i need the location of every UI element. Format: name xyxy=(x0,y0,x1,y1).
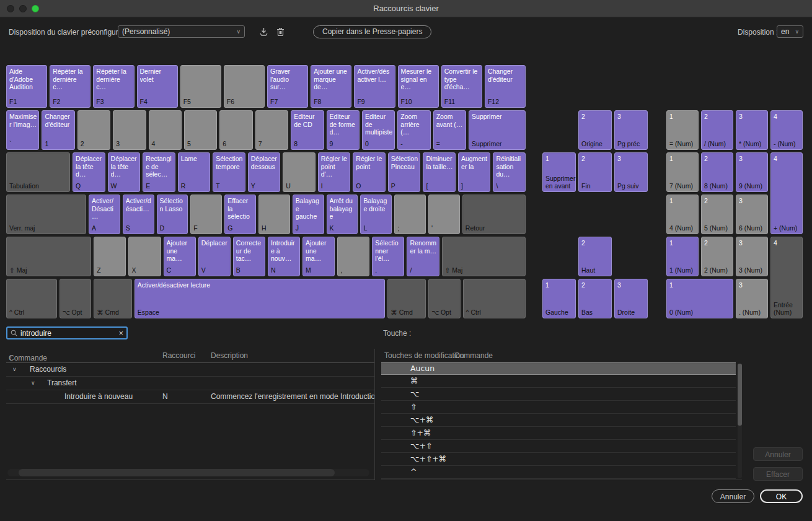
key-m[interactable]: Ajouter une ma…M xyxy=(302,237,335,276)
key-f3[interactable]: Répéter la dernière c…F3 xyxy=(93,65,134,108)
key-symbol[interactable]: Zoom arrière (…- xyxy=(397,110,430,150)
ok-button[interactable]: OK xyxy=(760,489,803,503)
key-fin[interactable]: 2Fin xyxy=(578,152,612,192)
modifier-row-combo[interactable]: ⌥+⇧ xyxy=(381,440,736,453)
key-a[interactable]: Activer/Désacti…A xyxy=(89,195,120,234)
key-pg-suiv[interactable]: 3Pg suiv xyxy=(614,152,648,192)
key-f9[interactable]: Activer/désactiver l…F9 xyxy=(354,65,395,108)
key-symbol[interactable]: Réinitialisation du…\ xyxy=(493,152,526,192)
chevron-down-icon[interactable]: ∨ xyxy=(31,380,35,386)
command-row-introduire-à-nouveau[interactable]: Introduire à nouveauNCommencez l'enregis… xyxy=(6,390,374,404)
key-symbol[interactable]: ; xyxy=(394,195,426,234)
key-7-num[interactable]: 17 (Num) xyxy=(666,152,699,192)
column-header-raccourci[interactable]: Raccourci xyxy=(162,351,195,360)
key-e[interactable]: Rectangle de sélec…E xyxy=(143,152,175,192)
preset-select[interactable]: (Personnalisé) ∨ xyxy=(118,25,245,38)
key-verr-maj[interactable]: Verr. maj xyxy=(6,195,86,234)
key-f5[interactable]: F5 xyxy=(180,65,221,108)
key-maj[interactable]: ⇧ Maj xyxy=(6,237,91,276)
key-2[interactable]: 2 xyxy=(77,110,110,150)
key-f11[interactable]: Convertir le type d'écha…F11 xyxy=(441,65,482,108)
key-r[interactable]: LameR xyxy=(178,152,211,192)
key-9[interactable]: Editeur de forme d…9 xyxy=(327,110,360,150)
key-symbol[interactable]: Renommer la m…/ xyxy=(407,237,439,276)
key-cmd[interactable]: ⌘ Cmd xyxy=(387,279,426,318)
key-y[interactable]: Déplacer dessousY xyxy=(248,152,281,192)
key-espace[interactable]: Activer/désactiver lectureEspace xyxy=(135,279,385,318)
key-opt[interactable]: ⌥ Opt xyxy=(60,279,92,318)
key-0-num[interactable]: 10 (Num) xyxy=(666,279,733,318)
delete-preset-icon[interactable] xyxy=(275,26,286,37)
key-f2[interactable]: Répéter la dernière c…F2 xyxy=(50,65,90,108)
key-supprimer[interactable]: SupprimerSupprimer xyxy=(469,110,526,150)
key-3[interactable]: 3 xyxy=(113,110,146,150)
key-tabulation[interactable]: Tabulation xyxy=(6,152,70,192)
key-retour[interactable]: Retour xyxy=(462,195,526,234)
modifier-row-aucun[interactable]: Aucun xyxy=(381,362,736,375)
key-b[interactable]: Correcteur de tac…B xyxy=(233,237,265,276)
command-row-transfert[interactable]: ∨Transfert xyxy=(6,377,374,390)
key-haut[interactable]: 2Haut xyxy=(578,237,612,276)
modifier-row-combo[interactable]: ⌥+⌘ xyxy=(381,414,736,427)
key-ctrl[interactable]: ^ Ctrl xyxy=(6,279,57,318)
key-num[interactable]: 1= (Num) xyxy=(666,110,699,150)
key-0[interactable]: Editeur de multipiste0 xyxy=(362,110,395,150)
key-s[interactable]: Activer/désacti…S xyxy=(123,195,154,234)
key-pg-préc[interactable]: 3Pg préc xyxy=(614,110,648,150)
key-symbol[interactable]: Diminuer la taille…[ xyxy=(423,152,456,192)
key-f4[interactable]: Dernier voletF4 xyxy=(137,65,178,108)
key-cmd[interactable]: ⌘ Cmd xyxy=(94,279,132,318)
modifier-row-combo[interactable]: ⌥+⇧+⌘ xyxy=(381,453,736,466)
modifier-row-combo[interactable]: ⌘ xyxy=(381,375,736,388)
horizontal-scrollbar-track[interactable] xyxy=(7,469,369,476)
key-f7[interactable]: Graver l'audio sur…F7 xyxy=(267,65,308,108)
key-j[interactable]: Balayage gaucheJ xyxy=(293,195,324,234)
undo-button[interactable]: Annuler xyxy=(753,447,803,461)
key-origine[interactable]: 2Origine xyxy=(578,110,612,150)
key-gauche[interactable]: 1Gauche xyxy=(542,279,576,318)
key-4[interactable]: 4 xyxy=(149,110,182,150)
key-u[interactable]: U xyxy=(283,152,316,192)
key-supprimer-en-avant[interactable]: 1Supprimer en avant xyxy=(542,152,576,192)
key-n[interactable]: Introduire à nouv…N xyxy=(268,237,300,276)
copy-to-clipboard-button[interactable]: Copier dans le Presse-papiers xyxy=(313,25,431,38)
key-o[interactable]: Régler le pointO xyxy=(353,152,386,192)
key-num[interactable]: 2/ (Num) xyxy=(701,110,733,150)
key-symbol[interactable]: Sélectionner l'él…. xyxy=(372,237,404,276)
key-d[interactable]: Sélection LassoD xyxy=(157,195,188,234)
key-8[interactable]: Editeur de CD8 xyxy=(291,110,324,150)
key-opt[interactable]: ⌥ Opt xyxy=(428,279,461,318)
command-row-raccourcis[interactable]: ∨Raccourcis xyxy=(6,363,374,377)
key-f12[interactable]: Changer d'éditeurF12 xyxy=(485,65,526,108)
key-f1[interactable]: Aide d'Adobe AuditionF1 xyxy=(6,65,47,108)
key-g[interactable]: Effacer la sélectio…G xyxy=(224,195,256,234)
modifier-row-combo[interactable]: ^+⌘ xyxy=(381,479,736,480)
key-3-num[interactable]: 33 (Num) xyxy=(736,237,768,276)
key-2-num[interactable]: 22 (Num) xyxy=(701,237,733,276)
modifier-row-combo[interactable]: ⌥ xyxy=(381,388,736,401)
key-num[interactable]: 4- (Num) xyxy=(770,110,803,150)
key-9-num[interactable]: 39 (Num) xyxy=(736,152,768,192)
key-f6[interactable]: F6 xyxy=(224,65,265,108)
key-symbol[interactable]: ' xyxy=(428,195,460,234)
key-p[interactable]: Sélection PinceauP xyxy=(388,152,421,192)
key-maj[interactable]: ⇧ Maj xyxy=(442,237,526,276)
key-6-num[interactable]: 36 (Num) xyxy=(736,195,768,234)
key-4-num[interactable]: 14 (Num) xyxy=(666,195,699,234)
chevron-down-icon[interactable]: ∨ xyxy=(12,366,17,372)
column-header-description[interactable]: Description xyxy=(211,351,248,360)
key-8-num[interactable]: 28 (Num) xyxy=(701,152,733,192)
search-input[interactable]: introduire × xyxy=(6,326,128,339)
key-symbol[interactable]: , xyxy=(337,237,369,276)
key-droite[interactable]: 3Droite xyxy=(614,279,648,318)
layout-select[interactable]: en ∨ xyxy=(777,25,803,38)
key-i[interactable]: Régler le point d'…I xyxy=(318,152,351,192)
key-symbol[interactable]: Zoom avant (…= xyxy=(433,110,466,150)
modifier-row-combo[interactable]: ^ xyxy=(381,466,736,479)
key-5[interactable]: 5 xyxy=(184,110,217,150)
key-symbol[interactable]: Augmenter la] xyxy=(458,152,491,192)
key-symbol[interactable]: Maximiser l'imag…` xyxy=(6,110,39,150)
key-l[interactable]: Balayage droiteL xyxy=(360,195,392,234)
key-k[interactable]: Arrêt du balayageK xyxy=(327,195,358,234)
key-t[interactable]: Sélection temporeT xyxy=(213,152,245,192)
